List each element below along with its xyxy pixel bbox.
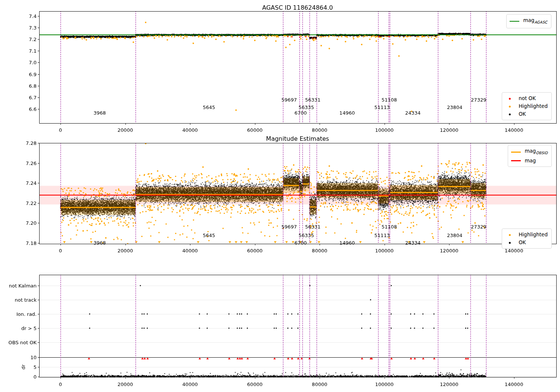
legend-label: OK — [519, 110, 526, 118]
plots-canvas — [0, 0, 560, 392]
legend-line-swatch — [511, 149, 521, 155]
obsid-label-middle: 6700 — [295, 240, 307, 246]
legend-item-mag: mag — [511, 157, 548, 165]
legend-item-not-ok: not OK — [505, 94, 548, 102]
middle-plot-title: Magnitude Estimates — [266, 135, 329, 142]
obsid-label-top: 59697 — [281, 97, 297, 103]
y-tick-label: 7.22 — [26, 200, 37, 206]
x-tick-label: 80000 — [312, 127, 327, 133]
obsid-label-top: 56335 — [299, 105, 314, 110]
legend-item-highlighted: Highlighted — [505, 102, 548, 110]
legend-dot-swatch — [505, 112, 515, 117]
flag-row-label: OBS not OK — [9, 340, 37, 345]
y-tick-label: 7.28 — [26, 140, 37, 146]
y-tick-label: 7.26 — [26, 160, 37, 166]
legend-item-magobsid: magOBSID — [511, 147, 548, 157]
legend-top-markers: not OKHighlightedOK — [502, 92, 552, 120]
legend-label: OK — [519, 239, 526, 246]
obsid-label-top: 51113 — [374, 105, 390, 110]
obsid-label-top: 51108 — [382, 97, 397, 103]
legend-dot-swatch — [505, 104, 515, 109]
x-tick-label: 80000 — [312, 382, 327, 387]
y-tick-label: 7.24 — [26, 180, 37, 186]
obsid-label-middle: 56331 — [305, 224, 320, 230]
flag-row-label: dr > 5 — [21, 326, 37, 331]
y-tick-label: 7.3 — [29, 25, 37, 31]
x-tick-label: 0 — [59, 248, 62, 253]
figure-root: AGASC ID 118624864.0 Magnitude Estimates… — [0, 0, 560, 392]
x-tick-label: 0 — [59, 382, 62, 387]
x-tick-label: 0 — [59, 127, 62, 133]
x-tick-label: 20000 — [118, 382, 133, 387]
obsid-label-top: 3968 — [93, 110, 106, 116]
legend-item-ok: OK — [505, 110, 548, 118]
obsid-label-top: 56331 — [305, 97, 320, 103]
x-tick-label: 40000 — [182, 127, 197, 133]
obsid-label-middle: 51113 — [374, 233, 390, 238]
legend-dot-swatch — [505, 232, 515, 237]
legend-line-swatch — [511, 158, 521, 163]
obsid-label-top: 5645 — [203, 105, 215, 110]
y-tick-label: 7.4 — [29, 13, 37, 19]
obsid-label-middle: 23804 — [447, 233, 462, 238]
obsid-label-middle: 56335 — [299, 233, 314, 238]
x-tick-label: 120000 — [440, 248, 458, 253]
legend-label: Highlighted — [519, 102, 548, 110]
obsid-label-top: 24334 — [405, 110, 420, 116]
x-tick-label: 120000 — [440, 127, 458, 133]
x-tick-label: 40000 — [182, 248, 197, 253]
legend-label: Highlighted — [519, 231, 548, 239]
x-tick-label: 60000 — [247, 382, 262, 387]
legend-label: not OK — [519, 94, 536, 102]
x-tick-label: 140000 — [505, 127, 523, 133]
y-tick-label: 7.0 — [29, 60, 37, 65]
dr-tick-label: 5 — [34, 364, 37, 370]
x-tick-label: 100000 — [375, 382, 394, 387]
x-tick-label: 20000 — [118, 248, 133, 253]
flag-row-label: not track — [15, 297, 37, 303]
legend-item-ok: OK — [505, 239, 548, 246]
x-tick-label: 100000 — [375, 127, 394, 133]
x-tick-label: 120000 — [440, 382, 458, 387]
legend-mid-markers: HighlightedOK — [502, 228, 552, 249]
top-plot-title: AGASC ID 118624864.0 — [262, 4, 333, 11]
obsid-label-middle: 5645 — [203, 233, 215, 238]
obsid-label-top: 6700 — [295, 110, 307, 116]
obsid-label-middle: 14960 — [339, 240, 355, 246]
dr-axis-label: dr — [21, 364, 26, 370]
x-tick-label: 60000 — [247, 248, 262, 253]
dr-tick-label: 10 — [30, 355, 37, 360]
flag-row-label: not Kalman — [9, 283, 37, 289]
legend-dot-swatch — [505, 240, 515, 245]
x-tick-label: 80000 — [312, 248, 327, 253]
legend-dot-swatch — [505, 96, 515, 101]
x-tick-label: 40000 — [182, 382, 197, 387]
legend-label: magOBSID — [525, 147, 548, 157]
obsid-label-middle: 3968 — [93, 240, 106, 246]
y-tick-label: 6.8 — [29, 83, 37, 88]
y-tick-label: 6.7 — [29, 94, 37, 100]
legend-line-swatch — [510, 19, 519, 24]
y-tick-label: 7.20 — [26, 220, 37, 226]
obsid-label-middle: 27329 — [471, 224, 486, 230]
legend-item-highlighted: Highlighted — [505, 231, 548, 239]
obsid-label-top: 14960 — [339, 110, 355, 116]
legend-mag-lines: magOBSIDmag — [508, 145, 552, 167]
x-tick-label: 140000 — [505, 382, 523, 387]
y-tick-label: 6.9 — [29, 71, 37, 77]
y-tick-label: 7.2 — [29, 37, 37, 42]
x-tick-label: 20000 — [118, 127, 133, 133]
obsid-label-top: 27329 — [471, 97, 486, 103]
legend-item-magagasc: magAGASC — [510, 16, 547, 26]
flag-row-label: Ion. rad. — [16, 311, 37, 317]
dr-tick-label: 0 — [34, 374, 37, 380]
x-tick-label: 100000 — [375, 248, 394, 253]
x-tick-label: 60000 — [247, 127, 262, 133]
legend-mag-agasc: magAGASC — [506, 14, 551, 28]
legend-label: mag — [525, 157, 536, 165]
y-tick-label: 6.6 — [29, 106, 37, 112]
x-tick-label: 140000 — [505, 248, 523, 253]
obsid-label-top: 23804 — [447, 105, 462, 110]
obsid-label-middle: 24334 — [405, 240, 420, 246]
obsid-label-middle: 51108 — [382, 224, 397, 230]
